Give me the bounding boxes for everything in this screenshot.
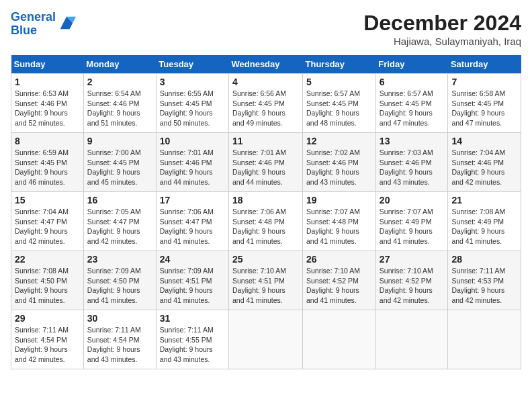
day-detail: Sunrise: 7:02 AMSunset: 4:46 PMDaylight:…: [306, 148, 360, 186]
day-detail: Sunrise: 7:09 AMSunset: 4:50 PMDaylight:…: [87, 267, 141, 304]
day-number: 11: [232, 136, 299, 146]
day-cell-15: 15 Sunrise: 7:04 AMSunset: 4:47 PMDaylig…: [11, 192, 84, 251]
day-cell-8: 8 Sunrise: 6:59 AMSunset: 4:45 PMDayligh…: [11, 133, 84, 192]
day-number: 14: [451, 136, 517, 146]
day-number: 31: [160, 313, 225, 324]
day-cell-5: 5 Sunrise: 6:57 AMSunset: 4:45 PMDayligh…: [303, 74, 376, 133]
day-cell-26: 26 Sunrise: 7:10 AMSunset: 4:52 PMDaylig…: [303, 251, 376, 310]
header-wednesday: Wednesday: [229, 55, 303, 74]
day-number: 25: [232, 254, 299, 265]
day-number: 3: [160, 77, 225, 87]
day-number: 20: [380, 195, 445, 205]
day-detail: Sunrise: 6:53 AMSunset: 4:46 PMDaylight:…: [15, 89, 69, 127]
day-detail: Sunrise: 7:04 AMSunset: 4:47 PMDaylight:…: [15, 208, 69, 245]
day-detail: Sunrise: 6:58 AMSunset: 4:45 PMDaylight:…: [451, 89, 505, 127]
logo: General Blue: [11, 11, 76, 38]
day-cell-4: 4 Sunrise: 6:56 AMSunset: 4:45 PMDayligh…: [229, 74, 303, 133]
day-detail: Sunrise: 7:11 AMSunset: 4:55 PMDaylight:…: [160, 326, 214, 363]
header-friday: Friday: [375, 55, 448, 74]
day-cell-9: 9 Sunrise: 7:00 AMSunset: 4:45 PMDayligh…: [83, 133, 156, 192]
day-number: 27: [380, 254, 445, 265]
day-number: 12: [306, 136, 372, 146]
day-number: 2: [87, 77, 152, 87]
day-cell-2: 2 Sunrise: 6:54 AMSunset: 4:46 PMDayligh…: [83, 74, 156, 133]
day-number: 4: [232, 77, 299, 87]
day-detail: Sunrise: 7:04 AMSunset: 4:46 PMDaylight:…: [451, 148, 505, 186]
day-detail: Sunrise: 7:08 AMSunset: 4:50 PMDaylight:…: [15, 267, 69, 304]
day-cell-16: 16 Sunrise: 7:05 AMSunset: 4:47 PMDaylig…: [83, 192, 156, 251]
day-cell-1: 1 Sunrise: 6:53 AMSunset: 4:46 PMDayligh…: [11, 74, 84, 133]
day-cell-19: 19 Sunrise: 7:07 AMSunset: 4:48 PMDaylig…: [303, 192, 376, 251]
header-tuesday: Tuesday: [156, 55, 228, 74]
day-number: 1: [15, 77, 80, 87]
day-detail: Sunrise: 7:11 AMSunset: 4:53 PMDaylight:…: [451, 267, 505, 304]
day-detail: Sunrise: 7:10 AMSunset: 4:52 PMDaylight:…: [306, 267, 360, 304]
day-number: 7: [451, 77, 517, 87]
header-saturday: Saturday: [448, 55, 521, 74]
day-cell-30: 30 Sunrise: 7:11 AMSunset: 4:54 PMDaylig…: [83, 310, 156, 369]
day-number: 30: [87, 313, 152, 324]
day-cell-20: 20 Sunrise: 7:07 AMSunset: 4:49 PMDaylig…: [375, 192, 448, 251]
week-row-3: 15 Sunrise: 7:04 AMSunset: 4:47 PMDaylig…: [11, 192, 521, 251]
day-number: 10: [160, 136, 225, 146]
empty-cell: [229, 310, 303, 369]
day-detail: Sunrise: 6:56 AMSunset: 4:45 PMDaylight:…: [232, 89, 286, 127]
day-cell-6: 6 Sunrise: 6:57 AMSunset: 4:45 PMDayligh…: [375, 74, 448, 133]
empty-cell: [303, 310, 376, 369]
day-cell-31: 31 Sunrise: 7:11 AMSunset: 4:55 PMDaylig…: [156, 310, 228, 369]
title-block: December 2024 Hajiawa, Sulaymaniyah, Ira…: [363, 11, 521, 47]
month-title: December 2024: [363, 11, 521, 36]
day-detail: Sunrise: 7:03 AMSunset: 4:46 PMDaylight:…: [380, 148, 433, 186]
day-cell-25: 25 Sunrise: 7:10 AMSunset: 4:51 PMDaylig…: [229, 251, 303, 310]
day-detail: Sunrise: 7:00 AMSunset: 4:45 PMDaylight:…: [87, 148, 141, 186]
day-cell-14: 14 Sunrise: 7:04 AMSunset: 4:46 PMDaylig…: [448, 133, 521, 192]
day-detail: Sunrise: 7:07 AMSunset: 4:49 PMDaylight:…: [380, 208, 433, 245]
day-number: 23: [87, 254, 152, 265]
week-row-1: 1 Sunrise: 6:53 AMSunset: 4:46 PMDayligh…: [11, 74, 521, 133]
day-detail: Sunrise: 7:11 AMSunset: 4:54 PMDaylight:…: [15, 326, 69, 363]
day-number: 13: [380, 136, 445, 146]
day-number: 24: [160, 254, 225, 265]
day-number: 8: [15, 136, 80, 146]
day-number: 18: [232, 195, 299, 205]
day-number: 21: [451, 195, 517, 205]
calendar-table: SundayMondayTuesdayWednesdayThursdayFrid…: [11, 55, 521, 369]
day-cell-21: 21 Sunrise: 7:08 AMSunset: 4:49 PMDaylig…: [448, 192, 521, 251]
logo-text: General Blue: [11, 11, 56, 38]
day-detail: Sunrise: 6:59 AMSunset: 4:45 PMDaylight:…: [15, 148, 69, 186]
day-cell-12: 12 Sunrise: 7:02 AMSunset: 4:46 PMDaylig…: [303, 133, 376, 192]
empty-cell: [375, 310, 448, 369]
day-number: 9: [87, 136, 152, 146]
page-header: General Blue December 2024 Hajiawa, Sula…: [11, 11, 521, 47]
day-detail: Sunrise: 7:07 AMSunset: 4:48 PMDaylight:…: [306, 208, 360, 245]
day-cell-10: 10 Sunrise: 7:01 AMSunset: 4:46 PMDaylig…: [156, 133, 228, 192]
day-detail: Sunrise: 7:11 AMSunset: 4:54 PMDaylight:…: [87, 326, 141, 363]
logo-icon: [57, 13, 76, 32]
day-detail: Sunrise: 6:57 AMSunset: 4:45 PMDaylight:…: [380, 89, 433, 127]
day-cell-23: 23 Sunrise: 7:09 AMSunset: 4:50 PMDaylig…: [83, 251, 156, 310]
location: Hajiawa, Sulaymaniyah, Iraq: [363, 36, 521, 47]
day-cell-17: 17 Sunrise: 7:06 AMSunset: 4:47 PMDaylig…: [156, 192, 228, 251]
day-number: 16: [87, 195, 152, 205]
day-detail: Sunrise: 6:54 AMSunset: 4:46 PMDaylight:…: [87, 89, 141, 127]
day-detail: Sunrise: 7:09 AMSunset: 4:51 PMDaylight:…: [160, 267, 214, 304]
day-cell-24: 24 Sunrise: 7:09 AMSunset: 4:51 PMDaylig…: [156, 251, 228, 310]
day-detail: Sunrise: 7:08 AMSunset: 4:49 PMDaylight:…: [451, 208, 505, 245]
day-cell-29: 29 Sunrise: 7:11 AMSunset: 4:54 PMDaylig…: [11, 310, 84, 369]
day-cell-11: 11 Sunrise: 7:01 AMSunset: 4:46 PMDaylig…: [229, 133, 303, 192]
day-detail: Sunrise: 7:06 AMSunset: 4:47 PMDaylight:…: [160, 208, 214, 245]
day-cell-27: 27 Sunrise: 7:10 AMSunset: 4:52 PMDaylig…: [375, 251, 448, 310]
week-row-2: 8 Sunrise: 6:59 AMSunset: 4:45 PMDayligh…: [11, 133, 521, 192]
day-number: 6: [380, 77, 445, 87]
day-detail: Sunrise: 7:10 AMSunset: 4:51 PMDaylight:…: [232, 267, 286, 304]
day-number: 15: [15, 195, 80, 205]
day-number: 26: [306, 254, 372, 265]
header-monday: Monday: [83, 55, 156, 74]
calendar-header-row: SundayMondayTuesdayWednesdayThursdayFrid…: [11, 55, 521, 74]
header-thursday: Thursday: [303, 55, 376, 74]
empty-cell: [448, 310, 521, 369]
day-detail: Sunrise: 6:55 AMSunset: 4:45 PMDaylight:…: [160, 89, 214, 127]
day-detail: Sunrise: 7:10 AMSunset: 4:52 PMDaylight:…: [380, 267, 433, 304]
day-cell-22: 22 Sunrise: 7:08 AMSunset: 4:50 PMDaylig…: [11, 251, 84, 310]
day-cell-28: 28 Sunrise: 7:11 AMSunset: 4:53 PMDaylig…: [448, 251, 521, 310]
